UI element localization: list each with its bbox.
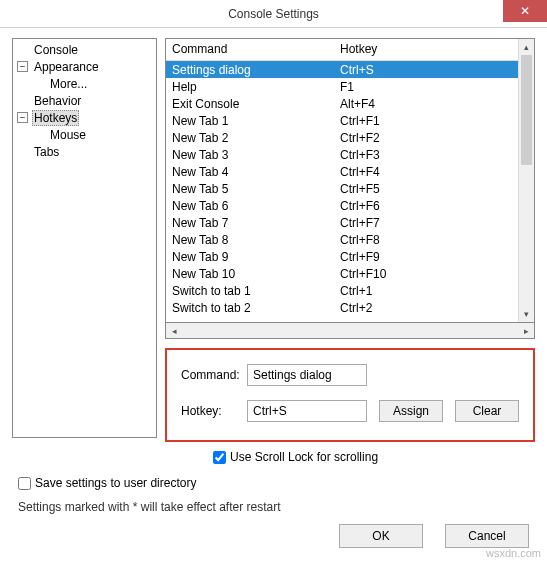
cell-command: Exit Console — [166, 97, 334, 111]
cell-hotkey: Ctrl+F7 — [334, 216, 386, 230]
list-row[interactable]: New Tab 1Ctrl+F1 — [166, 112, 518, 129]
list-header: Command Hotkey — [166, 39, 518, 61]
save-user-dir-label: Save settings to user directory — [35, 476, 196, 490]
list-row[interactable]: New Tab 2Ctrl+F2 — [166, 129, 518, 146]
cell-hotkey: Ctrl+F4 — [334, 165, 386, 179]
titlebar: Console Settings ✕ — [0, 0, 547, 28]
cell-command: Settings dialog — [166, 63, 334, 77]
cancel-button[interactable]: Cancel — [445, 524, 529, 548]
save-user-dir-checkbox[interactable] — [18, 477, 31, 490]
list-row[interactable]: Exit ConsoleAlt+F4 — [166, 95, 518, 112]
hotkey-label: Hotkey: — [181, 404, 247, 418]
list-row[interactable]: New Tab 10Ctrl+F10 — [166, 265, 518, 282]
tree-item-hotkeys[interactable]: −Hotkeys — [13, 109, 156, 126]
nav-tree[interactable]: Console −Appearance More... Behavior −Ho… — [12, 38, 157, 438]
scroll-lock-checkbox[interactable] — [213, 451, 226, 464]
cell-hotkey: Ctrl+1 — [334, 284, 378, 298]
list-row[interactable]: New Tab 6Ctrl+F6 — [166, 197, 518, 214]
scroll-up-icon[interactable]: ▴ — [519, 39, 534, 55]
tree-item-mouse[interactable]: Mouse — [13, 126, 156, 143]
scroll-down-icon[interactable]: ▾ — [519, 306, 534, 322]
cell-command: New Tab 6 — [166, 199, 334, 213]
cell-command: New Tab 9 — [166, 250, 334, 264]
cell-hotkey: Ctrl+F3 — [334, 148, 386, 162]
cell-hotkey: Ctrl+F1 — [334, 114, 386, 128]
list-row[interactable]: New Tab 9Ctrl+F9 — [166, 248, 518, 265]
col-command[interactable]: Command — [166, 39, 334, 60]
tree-item-behavior[interactable]: Behavior — [13, 92, 156, 109]
hotkey-edit-panel: Command: Hotkey: Assign Clear — [165, 348, 535, 442]
assign-button[interactable]: Assign — [379, 400, 443, 422]
cell-hotkey: Ctrl+S — [334, 63, 380, 77]
tree-item-console[interactable]: Console — [13, 41, 156, 58]
collapse-icon[interactable]: − — [17, 112, 28, 123]
window-title: Console Settings — [228, 7, 319, 21]
cell-command: New Tab 5 — [166, 182, 334, 196]
cell-hotkey: F1 — [334, 80, 360, 94]
close-button[interactable]: ✕ — [503, 0, 547, 22]
restart-note: Settings marked with * will take effect … — [18, 500, 529, 514]
cell-command: New Tab 3 — [166, 148, 334, 162]
cell-command: New Tab 7 — [166, 216, 334, 230]
horizontal-scrollbar[interactable]: ◂ ▸ — [165, 323, 535, 339]
watermark: wsxdn.com — [486, 547, 541, 559]
cell-command: New Tab 8 — [166, 233, 334, 247]
hotkey-field[interactable] — [247, 400, 367, 422]
cell-hotkey: Ctrl+F6 — [334, 199, 386, 213]
hotkey-list[interactable]: Command Hotkey Settings dialogCtrl+SHelp… — [165, 38, 535, 323]
cell-command: New Tab 2 — [166, 131, 334, 145]
ok-button[interactable]: OK — [339, 524, 423, 548]
list-row[interactable]: Switch to tab 2Ctrl+2 — [166, 299, 518, 316]
col-hotkey[interactable]: Hotkey — [334, 39, 384, 60]
cell-hotkey: Alt+F4 — [334, 97, 381, 111]
vertical-scrollbar[interactable]: ▴ ▾ — [518, 39, 534, 322]
list-row[interactable]: New Tab 7Ctrl+F7 — [166, 214, 518, 231]
tree-item-tabs[interactable]: Tabs — [13, 143, 156, 160]
cell-command: New Tab 4 — [166, 165, 334, 179]
list-row[interactable]: New Tab 4Ctrl+F4 — [166, 163, 518, 180]
cell-hotkey: Ctrl+F9 — [334, 250, 386, 264]
list-row[interactable]: HelpF1 — [166, 78, 518, 95]
tree-item-more[interactable]: More... — [13, 75, 156, 92]
cell-command: New Tab 10 — [166, 267, 334, 281]
list-row[interactable]: New Tab 5Ctrl+F5 — [166, 180, 518, 197]
command-label: Command: — [181, 368, 247, 382]
tree-item-appearance[interactable]: −Appearance — [13, 58, 156, 75]
cell-hotkey: Ctrl+2 — [334, 301, 378, 315]
cell-command: Help — [166, 80, 334, 94]
close-icon: ✕ — [520, 4, 530, 18]
scroll-right-icon[interactable]: ▸ — [518, 326, 534, 336]
scroll-left-icon[interactable]: ◂ — [166, 326, 182, 336]
cell-hotkey: Ctrl+F8 — [334, 233, 386, 247]
collapse-icon[interactable]: − — [17, 61, 28, 72]
scroll-thumb[interactable] — [521, 55, 532, 165]
cell-hotkey: Ctrl+F10 — [334, 267, 392, 281]
cell-hotkey: Ctrl+F2 — [334, 131, 386, 145]
list-row[interactable]: Switch to tab 1Ctrl+1 — [166, 282, 518, 299]
cell-command: Switch to tab 1 — [166, 284, 334, 298]
cell-command: Switch to tab 2 — [166, 301, 334, 315]
list-row[interactable]: New Tab 3Ctrl+F3 — [166, 146, 518, 163]
clear-button[interactable]: Clear — [455, 400, 519, 422]
command-field[interactable] — [247, 364, 367, 386]
cell-hotkey: Ctrl+F5 — [334, 182, 386, 196]
cell-command: New Tab 1 — [166, 114, 334, 128]
list-row[interactable]: Settings dialogCtrl+S — [166, 61, 518, 78]
scroll-lock-label: Use Scroll Lock for scrolling — [230, 450, 378, 464]
list-row[interactable]: New Tab 8Ctrl+F8 — [166, 231, 518, 248]
